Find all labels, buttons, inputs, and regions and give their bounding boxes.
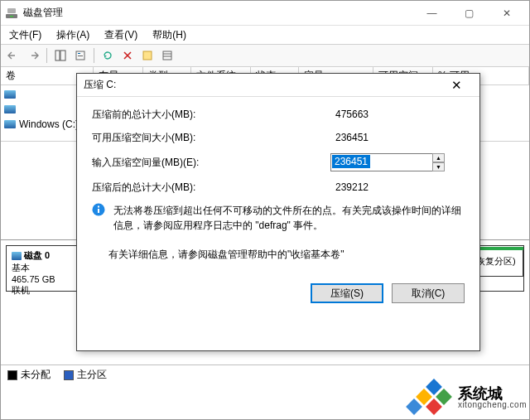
svg-rect-9 <box>163 51 171 60</box>
spinner-down-button[interactable]: ▼ <box>432 162 445 171</box>
info-icon <box>92 203 105 216</box>
svg-rect-13 <box>98 209 99 213</box>
shrink-dialog: 压缩 C: ✕ 压缩前的总计大小(MB): 475663 可用压缩空间大小(MB… <box>76 73 480 351</box>
back-button[interactable] <box>4 46 22 65</box>
label-total-after: 压缩后的总计大小(MB): <box>92 181 241 195</box>
disk-type: 基本 <box>12 262 74 274</box>
legend-primary: 主分区 <box>64 368 107 382</box>
toolbar-btn-list[interactable] <box>158 46 176 65</box>
menu-file[interactable]: 文件(F) <box>6 27 45 43</box>
volume-name: Windows (C:) <box>19 118 79 130</box>
titlebar[interactable]: 磁盘管理 — ▢ ✕ <box>1 1 529 26</box>
spinner-up-button[interactable]: ▲ <box>432 153 445 162</box>
watermark-text-en: xitongcheng.com <box>458 401 527 409</box>
minimize-button[interactable]: — <box>413 2 450 25</box>
label-total-before: 压缩前的总计大小(MB): <box>92 108 241 122</box>
disk-icon <box>12 252 22 260</box>
close-button[interactable]: ✕ <box>488 2 525 25</box>
label-shrink-amount: 输入压缩空间量(MB)(E): <box>92 156 241 170</box>
volume-icon <box>4 105 16 113</box>
svg-rect-1 <box>7 8 16 13</box>
disk-size: 465.75 GB <box>12 274 74 284</box>
svg-rect-4 <box>60 51 65 60</box>
value-total-before: 475663 <box>332 107 431 122</box>
value-total-after: 239212 <box>332 180 431 195</box>
toolbar-btn-help[interactable] <box>138 46 157 65</box>
svg-rect-2 <box>10 16 13 17</box>
svg-rect-6 <box>78 53 80 54</box>
dialog-title: 压缩 C: <box>84 78 440 92</box>
forward-button[interactable] <box>24 46 42 65</box>
svg-rect-7 <box>78 56 83 56</box>
label-shrink-avail: 可用压缩空间大小(MB): <box>92 131 241 145</box>
cancel-button[interactable]: 取消(C) <box>392 283 465 303</box>
menu-view[interactable]: 查看(V) <box>101 27 141 43</box>
watermark: 系统城 xitongcheng.com <box>403 379 527 416</box>
shrink-button[interactable]: 压缩(S) <box>311 283 383 303</box>
help-text: 有关详细信息，请参阅磁盘管理帮助中的"收缩基本卷" <box>108 248 465 262</box>
menubar: 文件(F) 操作(A) 查看(V) 帮助(H) <box>1 26 529 44</box>
app-icon <box>5 7 18 20</box>
dialog-titlebar[interactable]: 压缩 C: ✕ <box>77 74 479 97</box>
value-shrink-avail: 236451 <box>332 130 431 145</box>
shrink-amount-selection: 236451 <box>332 155 370 168</box>
info-text: 无法将卷压缩到超出任何不可移动的文件所在的点。有关完成该操作时间的详细信息，请参… <box>113 203 465 233</box>
svg-rect-8 <box>143 51 152 60</box>
watermark-logo <box>403 379 453 416</box>
disk-name: 磁盘 0 <box>24 249 50 262</box>
volume-icon <box>4 120 16 128</box>
svg-rect-3 <box>55 51 60 60</box>
toolbar-btn-delete[interactable] <box>118 46 137 65</box>
maximize-button[interactable]: ▢ <box>450 2 488 25</box>
disk-header[interactable]: 磁盘 0 基本 465.75 GB 联机 <box>7 246 80 291</box>
toolbar-btn-view[interactable] <box>51 46 70 65</box>
toolbar-btn-refresh[interactable] <box>99 46 117 65</box>
svg-rect-14 <box>98 206 99 208</box>
window-title: 磁盘管理 <box>23 6 413 20</box>
legend-unallocated: 未分配 <box>7 368 51 382</box>
toolbar-btn-properties[interactable] <box>71 46 89 65</box>
toolbar <box>1 44 529 67</box>
dialog-close-button[interactable]: ✕ <box>440 75 473 96</box>
menu-action[interactable]: 操作(A) <box>53 27 93 43</box>
menu-help[interactable]: 帮助(H) <box>149 27 190 43</box>
disk-status: 联机 <box>12 284 74 297</box>
watermark-text-cn: 系统城 <box>458 386 527 401</box>
volume-icon <box>4 90 16 99</box>
